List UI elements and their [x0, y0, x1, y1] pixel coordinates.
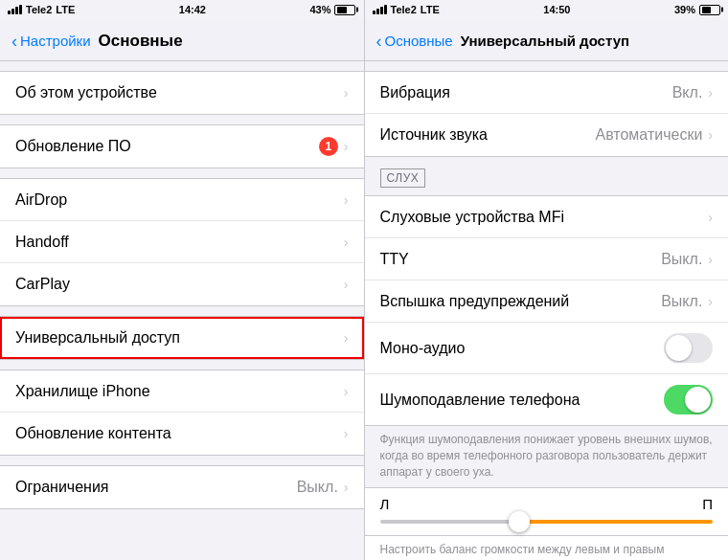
chevron-right-icon: ›	[708, 294, 713, 309]
list-item-mfi[interactable]: Слуховые устройства MFi ›	[365, 196, 729, 238]
chevron-right-icon: ›	[708, 210, 713, 225]
left-nav-title: Основные	[99, 32, 183, 51]
list-item-carplay[interactable]: CarPlay ›	[0, 263, 364, 305]
list-item-update[interactable]: Обновление ПО 1 ›	[0, 125, 364, 168]
left-group-6: Ограничения Выкл. ›	[0, 465, 364, 509]
left-group-1: Об этом устройстве ›	[0, 71, 364, 115]
slider-label-left: Л	[380, 496, 390, 512]
left-group-2: Обновление ПО 1 ›	[0, 124, 364, 168]
chevron-right-icon: ›	[708, 85, 713, 101]
right-nav-title: Универсальный доступ	[461, 33, 629, 49]
chevron-right-icon: ›	[344, 384, 349, 399]
left-panel: Tele2 LTE 14:42 43% ‹ Настройки Основные…	[0, 0, 364, 560]
left-back-button[interactable]: ‹ Настройки	[11, 33, 91, 50]
left-group-5: Хранилище iPhone › Обновление контента ›	[0, 370, 364, 456]
list-item-handoff[interactable]: Handoff ›	[0, 221, 364, 263]
chevron-right-icon: ›	[344, 330, 349, 346]
list-item-vibration[interactable]: Вибрация Вкл. ›	[365, 72, 729, 114]
chevron-right-icon: ›	[708, 252, 713, 267]
right-status-bar: Tele2 LTE 14:50 39%	[365, 0, 729, 19]
chevron-right-icon: ›	[344, 480, 349, 495]
list-item-storage[interactable]: Хранилище iPhone ›	[0, 370, 364, 413]
left-back-label: Настройки	[20, 33, 91, 49]
section-header-hearing: СЛУХ	[380, 168, 426, 188]
left-group-4: Универсальный доступ ›	[0, 316, 364, 360]
list-item-tty[interactable]: TTY Выкл. ›	[365, 238, 729, 280]
update-badge: 1	[319, 137, 338, 156]
list-item-content-update[interactable]: Обновление контента ›	[0, 413, 364, 455]
chevron-right-icon: ›	[344, 85, 349, 101]
left-group-3: AirDrop › Handoff › CarPlay ›	[0, 178, 364, 306]
time-label: 14:50	[543, 4, 570, 15]
right-back-label: Основные	[385, 33, 453, 49]
balance-slider[interactable]	[380, 520, 714, 524]
list-item-flash-alerts[interactable]: Вспышка предупреждений Выкл. ›	[365, 280, 729, 323]
balance-slider-container: Л П	[365, 488, 729, 535]
back-chevron-icon: ‹	[376, 33, 382, 50]
battery-icon	[699, 5, 720, 15]
right-nav-bar: ‹ Основные Универсальный доступ	[365, 19, 729, 61]
slider-label-right: П	[702, 496, 713, 512]
list-item-restrictions[interactable]: Ограничения Выкл. ›	[0, 466, 364, 508]
right-panel: Tele2 LTE 14:50 39% ‹ Основные Универсал…	[365, 0, 729, 560]
signal-icon	[8, 5, 22, 14]
list-item-accessibility[interactable]: Универсальный доступ ›	[0, 317, 364, 359]
list-item-about[interactable]: Об этом устройстве ›	[0, 72, 364, 114]
noise-cancel-description: Функция шумоподавления понижает уровень …	[365, 426, 729, 487]
chevron-right-icon: ›	[344, 426, 349, 441]
left-status-bar: Tele2 LTE 14:42 43%	[0, 0, 364, 19]
battery-icon	[334, 5, 355, 15]
carrier-label: Tele2	[26, 4, 52, 15]
battery-percent: 39%	[674, 4, 695, 15]
slider-description: Настроить баланс громкости между левым и…	[365, 536, 729, 560]
right-back-button[interactable]: ‹ Основные	[376, 33, 453, 50]
list-item-sound-source[interactable]: Источник звука Автоматически ›	[365, 114, 729, 156]
network-label: LTE	[56, 4, 75, 15]
list-item-mono-audio[interactable]: Моно-аудио	[365, 323, 729, 374]
chevron-right-icon: ›	[344, 277, 349, 292]
list-item-noise-cancel[interactable]: Шумоподавление телефона	[365, 374, 729, 425]
back-chevron-icon: ‹	[11, 33, 17, 50]
right-group-hearing: Слуховые устройства MFi › TTY Выкл. › Вс…	[365, 195, 729, 426]
chevron-right-icon: ›	[708, 127, 713, 143]
right-settings-list: Вибрация Вкл. › Источник звука Автоматич…	[365, 61, 729, 560]
left-nav-bar: ‹ Настройки Основные	[0, 19, 364, 61]
mono-audio-toggle[interactable]	[664, 333, 713, 363]
signal-icon	[373, 5, 387, 14]
chevron-right-icon: ›	[344, 235, 349, 250]
noise-cancel-toggle[interactable]	[664, 385, 713, 414]
right-group-top: Вибрация Вкл. › Источник звука Автоматич…	[365, 71, 729, 157]
slider-group: Л П Настроить баланс громкости между лев…	[365, 487, 729, 560]
network-label: LTE	[421, 4, 440, 15]
slider-thumb[interactable]	[509, 511, 530, 532]
battery-percent: 43%	[309, 4, 330, 15]
carrier-label: Tele2	[391, 4, 417, 15]
chevron-right-icon: ›	[344, 192, 349, 208]
time-label: 14:42	[179, 4, 206, 15]
chevron-right-icon: ›	[344, 139, 349, 154]
left-settings-list: Об этом устройстве › Обновление ПО 1 › A…	[0, 61, 364, 560]
list-item-airdrop[interactable]: AirDrop ›	[0, 179, 364, 221]
